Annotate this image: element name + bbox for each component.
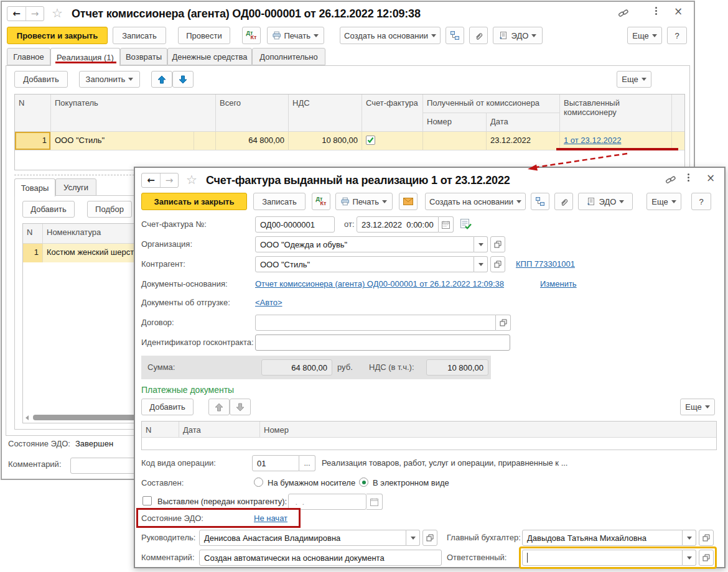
cell-vat[interactable]: 10 800,00 bbox=[289, 132, 362, 150]
col-header-total[interactable]: Всего bbox=[216, 95, 289, 132]
cell-number[interactable] bbox=[423, 132, 487, 150]
col-header-issued[interactable]: Выставленный комиссионеру bbox=[560, 95, 672, 132]
edo-button[interactable]: ЭДО bbox=[493, 27, 543, 44]
cell-spacer[interactable] bbox=[194, 132, 216, 150]
related-documents-icon[interactable] bbox=[446, 27, 464, 44]
tab-main[interactable]: Главное bbox=[7, 48, 50, 65]
menu-dots-icon[interactable] bbox=[655, 7, 657, 15]
list-fill-button[interactable]: Заполнить bbox=[79, 71, 140, 88]
issued-checkbox[interactable] bbox=[142, 496, 152, 505]
link-icon[interactable] bbox=[665, 174, 676, 188]
more-button[interactable]: Еще bbox=[627, 27, 662, 44]
goods-col-n[interactable]: N bbox=[23, 224, 43, 244]
favorite-star-icon[interactable]: ☆ bbox=[52, 6, 63, 21]
cell-buyer[interactable]: ООО "Стиль" bbox=[51, 132, 194, 150]
contractor-input[interactable]: ООО "Стиль" bbox=[255, 256, 474, 272]
operation-code-input[interactable]: 01 bbox=[252, 455, 299, 471]
save-button[interactable]: Записать bbox=[253, 193, 306, 210]
link-icon[interactable] bbox=[618, 7, 629, 21]
col-header-number[interactable]: Номер bbox=[423, 113, 487, 132]
comment-input[interactable] bbox=[70, 458, 140, 474]
payments-col-n[interactable]: N bbox=[142, 422, 179, 438]
create-based-on-button[interactable]: Создать на основании bbox=[340, 27, 441, 44]
organization-open-button[interactable] bbox=[490, 236, 505, 252]
issued-invoice-link[interactable]: 1 от 23.12.2022 bbox=[564, 136, 621, 145]
more-button[interactable]: Еще bbox=[646, 193, 681, 210]
payments-down-button[interactable] bbox=[230, 399, 251, 415]
col-header-buyer[interactable]: Покупатель bbox=[51, 95, 216, 132]
goods-pick-button[interactable]: Подбор bbox=[87, 201, 132, 218]
invoice-number-input[interactable]: ОД00-0000001 bbox=[255, 216, 335, 233]
head-input[interactable]: Денисова Анастасия Владимировна bbox=[199, 530, 406, 546]
invoice-checkbox-checked[interactable] bbox=[366, 136, 375, 145]
contractor-dropdown[interactable] bbox=[474, 256, 488, 272]
save-button[interactable]: Записать bbox=[113, 27, 166, 44]
save-and-close-button[interactable]: Записать и закрыть bbox=[141, 193, 247, 210]
contract-input[interactable] bbox=[255, 315, 496, 331]
col-header-invoice[interactable]: Счет-фактура bbox=[362, 95, 423, 132]
move-up-button[interactable] bbox=[151, 71, 172, 88]
tab-returns[interactable]: Возвраты bbox=[120, 48, 167, 65]
col-header-vat[interactable]: НДС bbox=[289, 95, 362, 132]
accountant-dropdown[interactable] bbox=[683, 530, 696, 546]
help-button[interactable]: ? bbox=[667, 27, 687, 44]
forward-button[interactable]: → bbox=[26, 7, 44, 21]
create-based-on-button[interactable]: Создать на основании bbox=[425, 193, 526, 210]
forward-button[interactable]: → bbox=[160, 173, 178, 187]
col-header-date[interactable]: Дата bbox=[487, 113, 560, 132]
scroll-left-arrow[interactable] bbox=[26, 415, 29, 420]
edo-button[interactable]: ЭДО bbox=[578, 193, 633, 210]
print-button[interactable]: Печать bbox=[335, 193, 393, 210]
comment-input[interactable]: Создан автоматически на основании докуме… bbox=[199, 550, 442, 566]
organization-dropdown[interactable] bbox=[474, 236, 488, 252]
cell-spacer2[interactable] bbox=[672, 132, 684, 150]
operation-code-pick-button[interactable]: ... bbox=[299, 455, 315, 471]
tab-additional[interactable]: Дополнительно bbox=[252, 48, 325, 65]
tab-money[interactable]: Денежные средства bbox=[167, 48, 252, 65]
col-header-received[interactable]: Полученный от комиссионера bbox=[423, 95, 560, 113]
payments-add-button[interactable]: Добавить bbox=[141, 399, 194, 415]
menu-dots-icon[interactable] bbox=[688, 173, 689, 182]
accountant-open-button[interactable] bbox=[699, 530, 714, 546]
change-link[interactable]: Изменить bbox=[540, 279, 577, 288]
head-dropdown[interactable] bbox=[406, 530, 420, 546]
calendar-button[interactable] bbox=[439, 216, 454, 233]
col-header-n[interactable]: N bbox=[15, 95, 51, 132]
payments-up-button[interactable] bbox=[208, 399, 230, 415]
radio-paper[interactable] bbox=[254, 477, 263, 487]
basis-document-link[interactable]: Отчет комиссионера (агента) ОД00-000001 … bbox=[255, 279, 504, 288]
list-more-button[interactable]: Еще bbox=[617, 71, 651, 88]
cell-total[interactable]: 64 800,00 bbox=[216, 132, 289, 150]
contractor-open-button[interactable] bbox=[490, 256, 505, 272]
cell-date[interactable]: 23.12.2022 bbox=[487, 132, 560, 150]
email-icon[interactable] bbox=[399, 193, 418, 210]
list-add-button[interactable]: Добавить bbox=[14, 71, 68, 88]
dtkt-icon[interactable]: ДтКт bbox=[242, 27, 261, 44]
cell-issued[interactable]: 1 от 23.12.2022 bbox=[560, 132, 672, 150]
head-open-button[interactable] bbox=[422, 530, 437, 546]
move-down-button[interactable] bbox=[172, 71, 194, 88]
help-button[interactable]: ? bbox=[691, 193, 711, 210]
kpp-link[interactable]: КПП 773301001 bbox=[516, 259, 575, 269]
dtkt-icon[interactable]: ДтКт bbox=[312, 193, 330, 210]
close-icon[interactable]: × bbox=[674, 5, 683, 17]
issued-calendar-button[interactable] bbox=[366, 494, 383, 510]
back-button[interactable]: ← bbox=[7, 7, 26, 21]
radio-electronic[interactable] bbox=[359, 477, 368, 487]
post-button[interactable]: Провести bbox=[178, 27, 230, 44]
payments-more-button[interactable]: Еще bbox=[680, 399, 715, 415]
goods-cell-n[interactable]: 1 bbox=[23, 244, 43, 262]
journal-check-icon[interactable] bbox=[460, 218, 472, 233]
related-documents-icon[interactable] bbox=[531, 193, 549, 210]
payments-col-number[interactable]: Номер bbox=[260, 422, 716, 438]
invoice-date-input[interactable]: 23.12.2022 0:00:00 bbox=[357, 216, 439, 233]
favorite-star-icon[interactable]: ☆ bbox=[186, 172, 197, 187]
contract-open-button[interactable] bbox=[496, 315, 511, 331]
cell-invoice[interactable] bbox=[362, 132, 423, 150]
attachment-icon[interactable] bbox=[469, 27, 488, 44]
tab-services[interactable]: Услуги bbox=[55, 178, 96, 196]
cell-n[interactable]: 1 bbox=[15, 132, 51, 150]
attachment-icon[interactable] bbox=[554, 193, 573, 210]
back-button[interactable]: ← bbox=[142, 173, 160, 187]
organization-input[interactable]: ООО "Одежда и обувь" bbox=[255, 236, 474, 252]
